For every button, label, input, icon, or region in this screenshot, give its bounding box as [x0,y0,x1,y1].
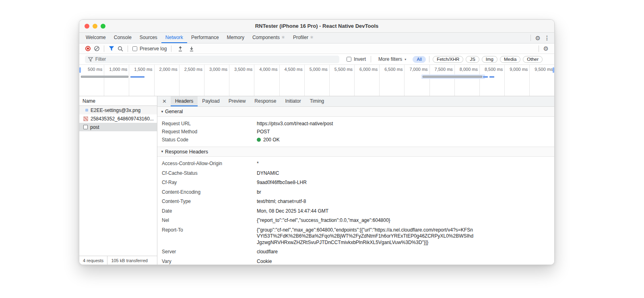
filter-pill-fetch-xhr[interactable]: Fetch/XHR [433,56,463,63]
clear-network-log-button[interactable] [92,45,101,53]
timeline-label: 2,500 ms [184,67,202,72]
divider [371,56,371,62]
details-tab-preview[interactable]: Preview [224,96,250,106]
timeline-label: 5,000 ms [310,67,328,72]
timeline-label: 8,000 ms [460,67,478,72]
response-headers-section-header[interactable]: ▼ Response Headers [157,147,554,157]
tab-console[interactable]: Console [110,33,136,43]
document-file-icon [83,125,88,129]
request-row[interactable]: E2EE-settings@3x.png [79,106,157,114]
close-details-button[interactable]: ✕ [157,96,171,106]
screen: RNTester (iPhone 16 Pro) - React Native … [0,0,644,298]
tab-welcome[interactable]: Welcome [82,33,110,43]
funnel-small-icon [88,57,93,62]
filter-input-box[interactable] [85,56,339,63]
request-type-filters: All Fetch/XHR JS Img Media Other [413,56,543,63]
filter-pill-js[interactable]: JS [466,56,479,63]
timeline-edge-indicator [553,67,554,73]
timeline-label: 3,500 ms [234,67,252,72]
tab-memory[interactable]: Memory [223,33,248,43]
network-settings-gear-icon[interactable]: ⚙ [542,46,550,52]
search-icon [118,46,123,52]
general-section-header[interactable]: ▼ General [157,107,554,117]
close-icon: ✕ [162,98,167,104]
timeline-label: 1,500 ms [134,67,152,72]
waterfall-bar [489,76,494,78]
timeline-edge-indicator [79,67,81,73]
settings-gear-icon[interactable]: ⚙ [534,35,542,41]
timeline-label: 3,000 ms [209,67,227,72]
header-row: Content-Type text/html; charset=utf-8 [157,197,554,207]
header-row: Cf-Cache-Status DYNAMIC [157,169,554,178]
name-column-header[interactable]: Name [79,96,157,106]
headers-view: ▼ General Request URL https://ptsv3.com/… [157,107,554,265]
timeline-label: 4,500 ms [284,67,302,72]
details-tab-response[interactable]: Response [250,96,281,106]
timeline-label: 5,500 ms [334,67,353,72]
network-filter-bar: Invert More filters ▾ All Fetch/XHR JS I… [79,54,554,65]
react-atom-icon: ⚛ [310,35,314,39]
divider [429,56,429,62]
filter-input[interactable] [95,56,336,62]
record-icon [85,46,91,51]
transferred-size: 105 kB transferred [107,256,151,265]
timeline-label: 7,500 ms [435,67,453,72]
waterfall-bar [81,76,128,78]
tab-performance[interactable]: Performance [187,33,223,43]
timeline-label: 6,500 ms [384,67,402,72]
filter-toggle-button[interactable] [107,45,116,53]
timeline-label: 2,000 ms [159,67,178,72]
header-row: Content-Encoding br [157,188,554,197]
header-row: Vary Cookie [157,257,554,265]
requests-count: 4 requests [79,256,107,265]
network-content: Name E2EE-settings@3x.png 258435352_6486… [79,96,554,265]
header-row: Cf-Ray 9aad0f46ffbc0ae8-LHR [157,178,554,188]
waterfall-bar [130,76,144,78]
clear-icon [94,46,100,52]
request-row-selected[interactable]: post [79,123,157,131]
more-options-kebab-icon[interactable]: ⋮ [542,35,552,41]
record-network-log-button[interactable] [83,45,92,53]
details-tab-initiator[interactable]: Initiator [281,96,305,106]
more-filters-dropdown[interactable]: More filters ▾ [378,56,406,62]
divider [530,35,531,41]
filter-pill-all[interactable]: All [413,56,426,63]
network-overview-timeline[interactable]: 500 ms 1,000 ms 1,500 ms 2,000 ms 2,500 … [79,65,554,96]
timeline-label: 7,000 ms [409,67,427,72]
request-details-panel: ✕ Headers Payload Preview Response Initi… [157,96,554,265]
filter-pill-media[interactable]: Media [500,56,520,63]
filter-pill-img[interactable]: Img [482,56,497,63]
export-har-icon [178,46,183,52]
tab-network[interactable]: Network [161,33,187,43]
tab-sources[interactable]: Sources [136,33,161,43]
network-toolbar: Preserve log ⚙ [79,43,554,54]
timeline-label: 6,000 ms [359,67,378,72]
preserve-log-checkbox[interactable] [132,46,137,51]
filter-pill-other[interactable]: Other [523,56,543,63]
request-row[interactable]: 258435352_648609743160... [79,114,157,123]
invert-label: Invert [354,56,366,62]
request-list-panel: Name E2EE-settings@3x.png 258435352_6486… [79,96,157,265]
waterfall-bar [483,76,488,78]
response-headers-section-body: Access-Control-Allow-Origin * Cf-Cache-S… [157,157,554,265]
export-har-button[interactable] [176,45,185,53]
header-row: Status Code 200 OK [157,136,554,144]
tab-components[interactable]: Components⚛ [248,33,289,43]
divider [171,46,171,52]
waterfall-bar [423,76,482,78]
header-row: Request Method POST [157,128,554,136]
tab-profiler[interactable]: Profiler⚛ [289,33,318,43]
search-button[interactable] [116,45,125,53]
import-har-button[interactable] [187,45,196,53]
details-tab-payload[interactable]: Payload [198,96,224,106]
timeline-label: 4,000 ms [259,67,277,72]
header-row: Server cloudflare [157,247,554,257]
disclosure-triangle-icon: ▼ [161,110,164,114]
window-titlebar: RNTester (iPhone 16 Pro) - React Native … [79,20,554,33]
details-tab-timing[interactable]: Timing [305,96,329,106]
timeline-label: 9,000 ms [510,67,528,72]
devtools-tabbar: Welcome Console Sources Network Performa… [79,33,554,43]
invert-checkbox[interactable] [347,57,351,62]
network-summary-bar: 4 requests 105 kB transferred [79,256,157,265]
details-tab-headers[interactable]: Headers [171,96,198,106]
